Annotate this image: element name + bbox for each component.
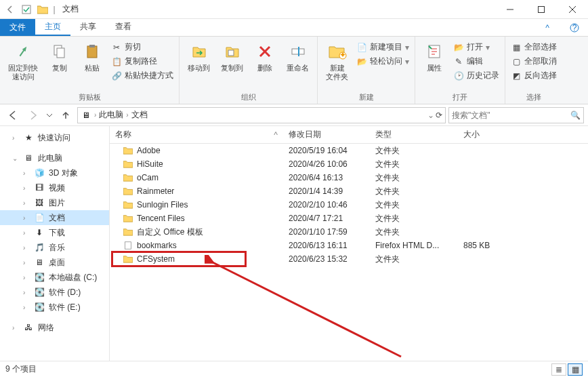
sidebar-item-3d-objects[interactable]: ›🧊3D 对象 (0, 165, 109, 180)
table-row[interactable]: Rainmeter2020/1/4 14:39文件夹 (110, 184, 588, 198)
file-name: HiSuite (137, 159, 163, 169)
help-button[interactable]: ? (561, 19, 588, 36)
sidebar-item-disk-e[interactable]: ›💽软件 (E:) (0, 300, 109, 315)
copy-icon (49, 41, 70, 62)
column-name[interactable]: 名称^ (110, 129, 283, 140)
view-details-button[interactable]: ≣ (551, 363, 566, 376)
ribbon-expand-button[interactable]: ^ (534, 19, 561, 36)
view-icons-button[interactable]: ▦ (568, 363, 583, 376)
table-row[interactable]: Sunlogin Files2020/2/10 10:46文件夹 (110, 198, 588, 212)
sidebar-item-this-pc[interactable]: ⌄🖥此电脑 (0, 151, 109, 165)
tab-view[interactable]: 查看 (106, 19, 141, 36)
paste-shortcut-button[interactable]: 🔗粘贴快捷方式 (110, 69, 175, 82)
table-row[interactable]: Adobe2020/5/19 16:04文件夹 (110, 144, 588, 157)
sidebar-item-disk-d[interactable]: ›💽软件 (D:) (0, 285, 109, 300)
copy-path-button[interactable]: 📋复制路径 (110, 55, 175, 68)
search-input[interactable] (452, 111, 570, 120)
picture-icon: 🖼 (34, 197, 45, 208)
titlebar: | 文档 (0, 0, 588, 19)
copy-to-icon (222, 41, 243, 62)
sidebar-item-desktop[interactable]: ›🖥桌面 (0, 255, 109, 270)
nav-up-button[interactable] (57, 106, 75, 124)
file-date: 2020/2/10 10:46 (283, 200, 370, 210)
table-row[interactable]: bookmarks2020/6/13 16:11Firefox HTML D..… (110, 239, 588, 252)
open-icon: 📂 (453, 42, 464, 53)
sidebar-item-disk-c[interactable]: ›💽本地磁盘 (C:) (0, 270, 109, 285)
crumb-pc[interactable]: 此电脑 (99, 109, 123, 121)
select-none-icon: ▢ (511, 56, 522, 67)
delete-icon (254, 41, 276, 62)
sidebar-item-music[interactable]: ›🎵音乐 (0, 240, 109, 255)
sidebar-item-quick-access[interactable]: ›★快速访问 (0, 130, 109, 145)
sidebar-item-network[interactable]: ›🖧网络 (0, 320, 109, 335)
easy-access-button[interactable]: 📂轻松访问 ▾ (355, 55, 411, 68)
table-row[interactable]: oCam2020/6/4 16:13文件夹 (110, 171, 588, 184)
rename-button[interactable]: 重命名 (282, 39, 313, 74)
column-type[interactable]: 类型 (370, 129, 458, 140)
close-button[interactable] (557, 0, 588, 19)
qat-back-icon[interactable] (3, 2, 18, 17)
video-icon: 🎞 (34, 182, 45, 193)
tab-share[interactable]: 共享 (70, 19, 106, 36)
history-button[interactable]: 🕑历史记录 (452, 69, 501, 82)
sidebar-item-pictures[interactable]: ›🖼图片 (0, 195, 109, 210)
ribbon-group-clipboard: 固定到快 速访问 复制 粘贴 ✂剪切 📋复制路径 🔗粘贴快捷方式 剪贴板 (0, 37, 180, 104)
group-label-select: 选择 (509, 91, 558, 102)
svg-line-20 (211, 262, 401, 357)
disk-icon: 💽 (34, 302, 45, 313)
tab-file[interactable]: 文件 (0, 19, 35, 36)
table-row[interactable]: HiSuite2020/4/26 10:06文件夹 (110, 157, 588, 171)
delete-button[interactable]: 删除 (250, 39, 280, 74)
select-none-button[interactable]: ▢全部取消 (509, 55, 558, 68)
breadcrumb-refresh-icon[interactable]: ⟳ (436, 111, 442, 120)
nav-back-button[interactable] (4, 106, 22, 124)
search-icon[interactable]: 🔍 (570, 111, 581, 120)
sidebar-item-videos[interactable]: ›🎞视频 (0, 180, 109, 195)
file-name: bookmarks (137, 241, 177, 250)
move-to-button[interactable]: 移动到 (184, 39, 214, 74)
column-size[interactable]: 大小 (458, 129, 526, 140)
table-row[interactable]: Tencent Files2020/4/7 17:21文件夹 (110, 212, 588, 225)
disk-icon: 💽 (34, 287, 45, 298)
nav-recent-button[interactable] (45, 106, 54, 124)
tab-home[interactable]: 主页 (35, 19, 70, 36)
invert-select-button[interactable]: ◩反向选择 (509, 69, 558, 82)
qat-separator: | (51, 2, 57, 17)
paste-button[interactable]: 粘贴 (77, 39, 107, 74)
maximize-button[interactable] (526, 0, 557, 19)
table-row[interactable]: CFSystem2020/6/23 15:32文件夹 (110, 252, 588, 266)
crumb-docs[interactable]: 文档 (131, 109, 148, 121)
copy-button[interactable]: 复制 (45, 39, 75, 74)
search-box[interactable]: 🔍 (448, 107, 584, 123)
qat-check-icon[interactable] (19, 2, 34, 17)
desktop-icon: 🖥 (34, 257, 45, 268)
svg-rect-11 (228, 50, 234, 56)
group-label-open: 打开 (419, 91, 501, 102)
sort-indicator-icon: ^ (274, 130, 278, 140)
select-all-button[interactable]: ▦全部选择 (509, 41, 558, 54)
ribbon-group-open: 属性 📂打开 ▾ ✎编辑 🕑历史记录 打开 (415, 37, 505, 104)
ribbon-group-select: ▦全部选择 ▢全部取消 ◩反向选择 选择 (505, 37, 562, 104)
column-date[interactable]: 修改日期 (283, 129, 370, 140)
properties-icon (423, 41, 445, 62)
open-button[interactable]: 📂打开 ▾ (452, 41, 501, 54)
breadcrumb-dropdown-icon[interactable]: ⌄ (427, 111, 434, 120)
breadcrumb[interactable]: 🖥 › 此电脑 › 文档 ⌄ ⟳ (77, 107, 446, 123)
new-item-button[interactable]: 📄新建项目 ▾ (355, 41, 411, 54)
new-folder-button[interactable]: ✦ 新建 文件夹 (322, 39, 352, 83)
network-icon: 🖧 (23, 322, 34, 333)
cut-button[interactable]: ✂剪切 (110, 41, 175, 54)
copy-to-button[interactable]: 复制到 (217, 39, 247, 74)
file-date: 2020/1/10 17:59 (283, 227, 370, 237)
svg-rect-8 (57, 48, 64, 58)
sidebar-item-downloads[interactable]: ›⬇下载 (0, 225, 109, 240)
pin-quick-access-button[interactable]: 固定到快 速访问 (4, 39, 42, 83)
table-row[interactable]: 自定义 Office 模板2020/1/10 17:59文件夹 (110, 225, 588, 239)
sidebar-item-documents[interactable]: ›📄文档 (0, 210, 109, 225)
window-title: 文档 (62, 3, 79, 15)
minimize-button[interactable] (495, 0, 526, 19)
edit-button[interactable]: ✎编辑 (452, 55, 501, 68)
pc-icon: 🖥 (23, 153, 34, 163)
nav-forward-button[interactable] (24, 106, 42, 124)
properties-button[interactable]: 属性 (419, 39, 449, 74)
